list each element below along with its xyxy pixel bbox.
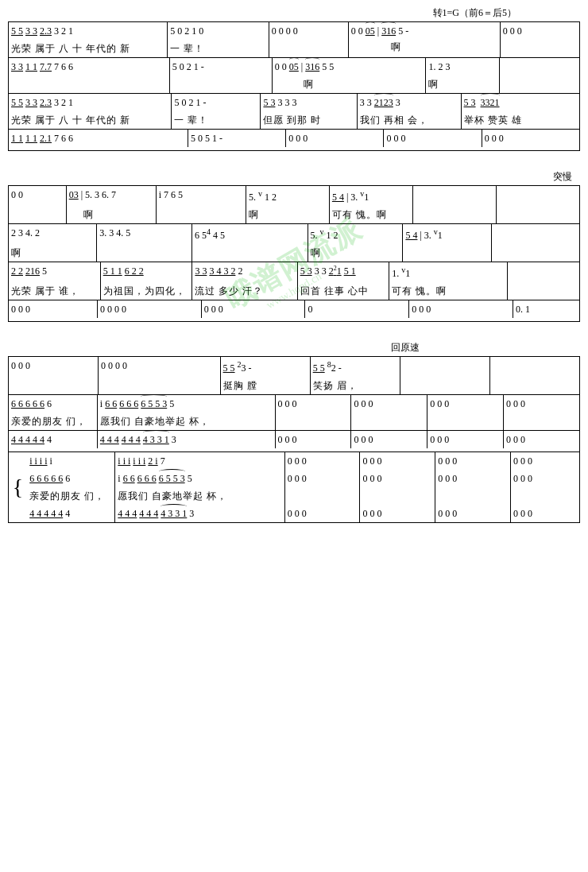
l-s2r1-1 — [9, 206, 67, 224]
m-s2r1-4: 5. v 1 2 — [246, 186, 329, 207]
notes-row: 5 5 3 3 2.3 3 2 1 5 0 2 1 - 5 3 3 3 3 3 … — [9, 94, 580, 111]
m-s3r4b-1: 6 6 6 6 6 6 — [27, 470, 115, 487]
arc-note-s3: 6 5 5 3 — [141, 397, 167, 411]
score-container: 转1=G（前6＝后5） 5 5 3 3 2.3 3 2 1 5 — [8, 6, 580, 523]
l-s3r1-5 — [400, 377, 489, 395]
measure-3-3: 5 3 3 3 3 — [261, 94, 357, 111]
m-s3r1-1: 0 0 0 — [9, 357, 99, 378]
note: 3 3 — [315, 265, 327, 277]
note: i i i — [133, 454, 145, 468]
score-section1-row4: 1 1 1 1 2.1 7 6 6 5 0 5 1 - 0 0 0 0 0 0 … — [8, 130, 580, 151]
l-s3r4-5 — [435, 487, 511, 505]
note: 5 - — [398, 24, 408, 38]
note: 0 0 0 — [503, 24, 522, 38]
m-s3r4b-5: 0 0 0 — [435, 470, 511, 487]
m-s3r1-4: 5 5 82 - — [310, 357, 400, 378]
tempo2-text: 突慢 — [553, 170, 572, 184]
m-s2r4-4: 0 — [305, 300, 409, 318]
m-s3r5-4: 0 0 0 — [360, 505, 435, 523]
note: 4 — [47, 434, 52, 445]
note: 3 3 — [25, 24, 37, 38]
l-s3r2-4 — [351, 413, 427, 431]
m-s3r4-4: 0 0 0 — [360, 452, 435, 470]
lyrics-s3r3 — [9, 448, 580, 452]
note: 1. v1 — [392, 268, 410, 279]
notes-row: 3 3 1 1 7.7 7 6 6 5 0 2 1 - 0 0 05 | — [9, 58, 580, 76]
note: | 3. v1 — [346, 192, 369, 203]
m-s3r2-6: 0 0 0 — [504, 395, 580, 413]
l-s2r3-6 — [508, 282, 580, 300]
note: 6 6 6 6 6 — [11, 397, 44, 411]
measure-4-4: 0 0 0 — [384, 130, 482, 147]
note: 1. 2 3 — [428, 60, 450, 74]
note: 2 2 — [11, 264, 23, 278]
m-s2r3-1: 2 2 216 5 — [9, 262, 101, 282]
m-s3r4-2: i i i i i i 2 i 7 — [115, 452, 284, 470]
tempo2-heading: 突慢 — [8, 170, 580, 184]
lyrics-s3r1: 挺胸 膛 笑扬 眉， — [9, 377, 580, 395]
note: 5 5 — [223, 361, 235, 375]
note: 2.1 — [40, 131, 52, 145]
note: 0 0 0 0 — [272, 24, 298, 38]
m-s2r3-4: 5 3 3 3 221 5 1 — [297, 262, 389, 282]
m-s3r4-5: 0 0 0 — [435, 452, 511, 470]
lyrics-row4 — [9, 147, 580, 151]
m-s2r1-6 — [412, 186, 496, 207]
note: 4 — [65, 508, 70, 519]
lyrics-s2r1: 啊 啊 可有 愧。啊 — [9, 206, 580, 224]
tempo3-heading: 回原速 — [8, 341, 580, 355]
note: 3 2 1 — [54, 24, 73, 38]
score-section3-row4: { i i i i i i i i i i i 2 i 7 0 0 0 0 0 … — [8, 452, 580, 523]
notes-s3r1: 0 0 0 0 0 0 0 5 5 23 - 5 5 82 - — [9, 357, 580, 378]
l-s3r4-3 — [284, 487, 360, 505]
note: 4 3 3 1 — [143, 432, 169, 447]
note: 0 0 — [351, 24, 363, 38]
m-s2r2-4: 5. v 1 2 — [308, 224, 403, 244]
measure-4-1: 1 1 1 1 2.1 7 6 6 — [9, 130, 188, 147]
note: 6 54 4 5 — [195, 226, 225, 242]
note: 5. v 1 2 — [249, 188, 277, 204]
l-s3r2-2: 愿我们 自豪地举起 杯， — [97, 413, 275, 431]
m-s3r2-3: 0 0 0 — [275, 395, 351, 413]
m-s3r4-3: 0 0 0 — [284, 452, 360, 470]
l-s3r1-6 — [489, 377, 579, 395]
lyrics-s3r4: 亲爱的朋友 们， 愿我们 自豪地举起 杯， — [9, 487, 580, 505]
score-section1-row3: 5 5 3 3 2.3 3 2 1 5 0 2 1 - 5 3 3 3 3 3 … — [8, 94, 580, 130]
m-s2r4-3: 0 0 0 — [201, 300, 305, 318]
lyric-3 — [269, 40, 348, 58]
m-s3r5-5: 0 0 0 — [435, 505, 511, 523]
measure-1-2: 5 0 2 1 0 — [168, 22, 269, 41]
lyric-3-1: 光荣 属于 八 十 年代的 新 — [9, 111, 172, 130]
lyrics-s2r2: 啊 啊 — [9, 244, 580, 262]
notes-row4: 1 1 1 1 2.1 7 6 6 5 0 5 1 - 0 0 0 0 0 0 … — [9, 130, 580, 147]
note: 5 3 — [263, 95, 275, 110]
brace-open: { — [9, 452, 28, 523]
note: i 7 6 5 — [159, 188, 183, 202]
note: 5 5 — [11, 95, 23, 110]
lyric-2-2 — [169, 76, 272, 94]
note: 6 — [65, 473, 70, 484]
l-s2r1-4: 啊 — [246, 206, 329, 224]
note: 4 4 4 — [118, 506, 137, 521]
l-s3r1-4: 笑扬 眉， — [310, 377, 400, 395]
note: 3 3 — [25, 95, 37, 110]
m-s2r2-6 — [491, 224, 579, 244]
score-section1-row2: 3 3 1 1 7.7 7 6 6 5 0 2 1 - 0 0 05 | — [8, 58, 580, 94]
note: 6 2 2 — [125, 264, 144, 278]
note: 2.3 — [40, 95, 52, 110]
tempo3-text: 回原速 — [391, 341, 420, 355]
m-s3r4b-6: 0 0 0 — [511, 470, 580, 487]
note: 1 1 — [25, 131, 37, 145]
m-s3r5-3: 0 0 0 — [284, 505, 360, 523]
lyric-3-2: 一 辈！ — [172, 111, 261, 130]
m-s3r4b-4: 0 0 0 — [360, 470, 435, 487]
l-s2r1-2: 啊 — [66, 206, 156, 224]
notes-s2r4: 0 0 0 0 0 0 0 0 0 0 0 0 0 0 0. 1 — [9, 300, 580, 318]
lyric-3-5: 举杯 赞英 雄 — [461, 111, 579, 130]
note: 5 5 — [322, 60, 334, 74]
l-s2r1-3 — [156, 206, 246, 224]
note: 5 3 — [464, 95, 476, 110]
m-s3r5-1: 4 4 4 4 4 4 — [27, 505, 115, 523]
note: 1 1 — [11, 131, 23, 145]
l-s3r1-2 — [99, 377, 220, 395]
